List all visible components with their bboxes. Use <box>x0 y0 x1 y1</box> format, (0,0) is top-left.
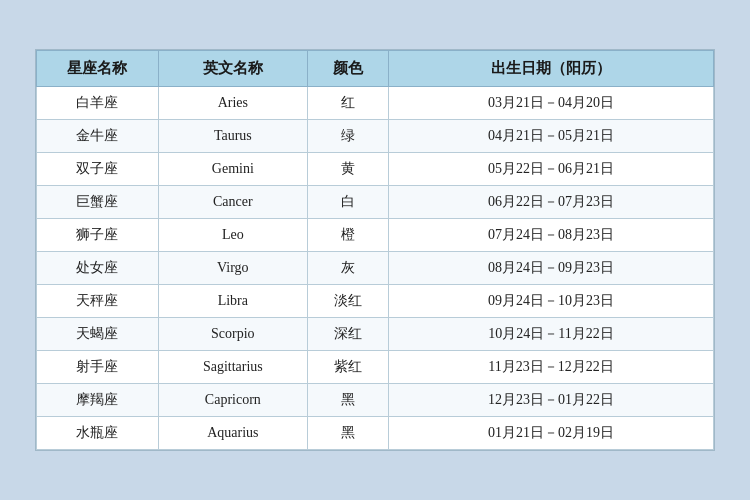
cell-english-name: Gemini <box>158 153 307 186</box>
table-header-row: 星座名称 英文名称 颜色 出生日期（阳历） <box>37 51 714 87</box>
cell-chinese-name: 狮子座 <box>37 219 159 252</box>
cell-color: 橙 <box>307 219 388 252</box>
table-row: 天秤座Libra淡红09月24日－10月23日 <box>37 285 714 318</box>
table-row: 巨蟹座Cancer白06月22日－07月23日 <box>37 186 714 219</box>
cell-date-range: 11月23日－12月22日 <box>389 351 714 384</box>
cell-chinese-name: 天秤座 <box>37 285 159 318</box>
zodiac-table: 星座名称 英文名称 颜色 出生日期（阳历） 白羊座Aries红03月21日－04… <box>36 50 714 450</box>
cell-chinese-name: 水瓶座 <box>37 417 159 450</box>
cell-color: 黄 <box>307 153 388 186</box>
cell-color: 紫红 <box>307 351 388 384</box>
cell-date-range: 07月24日－08月23日 <box>389 219 714 252</box>
table-row: 射手座Sagittarius紫红11月23日－12月22日 <box>37 351 714 384</box>
cell-color: 红 <box>307 87 388 120</box>
cell-english-name: Libra <box>158 285 307 318</box>
table-row: 处女座Virgo灰08月24日－09月23日 <box>37 252 714 285</box>
table-row: 天蝎座Scorpio深红10月24日－11月22日 <box>37 318 714 351</box>
cell-chinese-name: 金牛座 <box>37 120 159 153</box>
cell-date-range: 03月21日－04月20日 <box>389 87 714 120</box>
cell-chinese-name: 白羊座 <box>37 87 159 120</box>
cell-color: 绿 <box>307 120 388 153</box>
cell-english-name: Aquarius <box>158 417 307 450</box>
header-chinese-name: 星座名称 <box>37 51 159 87</box>
cell-chinese-name: 天蝎座 <box>37 318 159 351</box>
table-row: 双子座Gemini黄05月22日－06月21日 <box>37 153 714 186</box>
table-row: 摩羯座Capricorn黑12月23日－01月22日 <box>37 384 714 417</box>
cell-color: 黑 <box>307 417 388 450</box>
cell-english-name: Taurus <box>158 120 307 153</box>
cell-chinese-name: 射手座 <box>37 351 159 384</box>
cell-english-name: Sagittarius <box>158 351 307 384</box>
header-date: 出生日期（阳历） <box>389 51 714 87</box>
header-english-name: 英文名称 <box>158 51 307 87</box>
table-row: 狮子座Leo橙07月24日－08月23日 <box>37 219 714 252</box>
cell-english-name: Cancer <box>158 186 307 219</box>
cell-date-range: 12月23日－01月22日 <box>389 384 714 417</box>
cell-date-range: 01月21日－02月19日 <box>389 417 714 450</box>
cell-english-name: Virgo <box>158 252 307 285</box>
cell-color: 淡红 <box>307 285 388 318</box>
header-color: 颜色 <box>307 51 388 87</box>
cell-chinese-name: 处女座 <box>37 252 159 285</box>
cell-color: 灰 <box>307 252 388 285</box>
cell-english-name: Aries <box>158 87 307 120</box>
cell-english-name: Capricorn <box>158 384 307 417</box>
cell-date-range: 09月24日－10月23日 <box>389 285 714 318</box>
cell-date-range: 04月21日－05月21日 <box>389 120 714 153</box>
table-body: 白羊座Aries红03月21日－04月20日金牛座Taurus绿04月21日－0… <box>37 87 714 450</box>
cell-english-name: Leo <box>158 219 307 252</box>
cell-date-range: 08月24日－09月23日 <box>389 252 714 285</box>
zodiac-table-container: 星座名称 英文名称 颜色 出生日期（阳历） 白羊座Aries红03月21日－04… <box>35 49 715 451</box>
table-row: 金牛座Taurus绿04月21日－05月21日 <box>37 120 714 153</box>
cell-color: 白 <box>307 186 388 219</box>
cell-chinese-name: 摩羯座 <box>37 384 159 417</box>
cell-date-range: 06月22日－07月23日 <box>389 186 714 219</box>
cell-color: 深红 <box>307 318 388 351</box>
cell-english-name: Scorpio <box>158 318 307 351</box>
cell-date-range: 05月22日－06月21日 <box>389 153 714 186</box>
cell-chinese-name: 双子座 <box>37 153 159 186</box>
cell-color: 黑 <box>307 384 388 417</box>
cell-date-range: 10月24日－11月22日 <box>389 318 714 351</box>
cell-chinese-name: 巨蟹座 <box>37 186 159 219</box>
table-row: 白羊座Aries红03月21日－04月20日 <box>37 87 714 120</box>
table-row: 水瓶座Aquarius黑01月21日－02月19日 <box>37 417 714 450</box>
